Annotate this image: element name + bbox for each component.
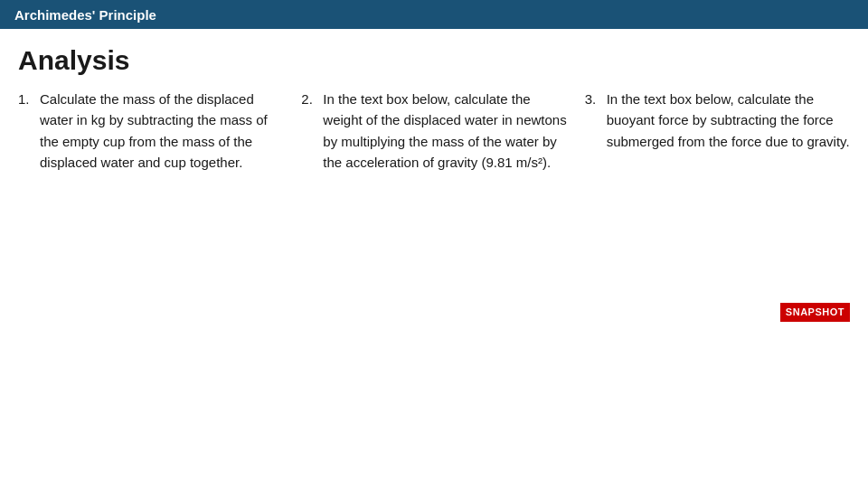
- section-title: Analysis: [18, 45, 850, 76]
- list-text-1: Calculate the mass of the displaced wate…: [40, 89, 283, 173]
- list-text-2: In the text box below, calculate the wei…: [323, 89, 566, 173]
- main-content: Analysis 1. Calculate the mass of the di…: [0, 29, 868, 187]
- list-item-1: 1. Calculate the mass of the displaced w…: [18, 89, 283, 173]
- column-3: 3. In the text box below, calculate the …: [585, 89, 850, 159]
- header-bar: Archimedes' Principle: [0, 0, 868, 29]
- list-item-3: 3. In the text box below, calculate the …: [585, 89, 850, 152]
- list-number-3: 3.: [585, 89, 601, 152]
- column-1: 1. Calculate the mass of the displaced w…: [18, 89, 301, 173]
- columns-row: 1. Calculate the mass of the displaced w…: [18, 89, 850, 173]
- list-item-2: 2. In the text box below, calculate the …: [301, 89, 566, 173]
- snapshot-badge: SNAPSHOT: [780, 303, 850, 322]
- column-2: 2. In the text box below, calculate the …: [301, 89, 584, 173]
- list-number-1: 1.: [18, 89, 34, 173]
- list-text-3: In the text box below, calculate the buo…: [607, 89, 850, 152]
- header-title: Archimedes' Principle: [14, 7, 156, 23]
- list-number-2: 2.: [301, 89, 317, 173]
